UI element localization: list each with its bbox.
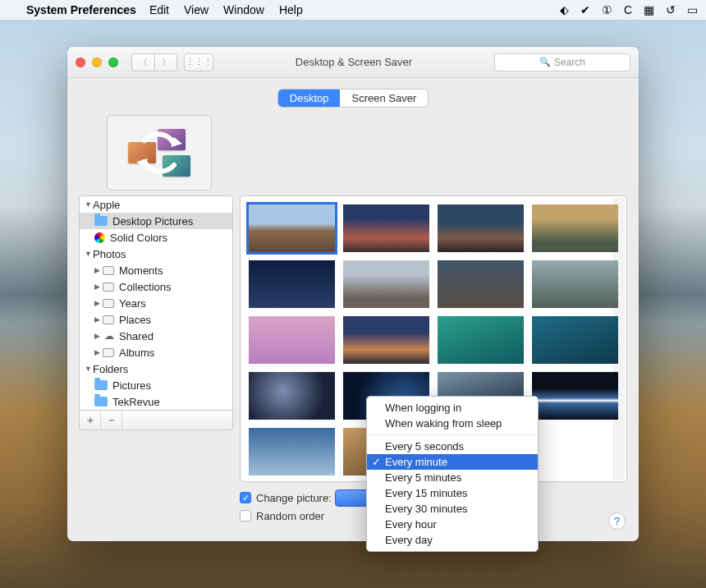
colorwheel-icon: [94, 232, 105, 243]
crescent-icon[interactable]: C: [624, 3, 632, 16]
tab-bar: Desktop Screen Saver: [67, 78, 639, 115]
menu-edit[interactable]: Edit: [149, 3, 169, 16]
search-placeholder: Search: [554, 57, 585, 68]
wallpaper-thumb[interactable]: [532, 204, 618, 252]
change-picture-checkbox[interactable]: ✓: [240, 492, 251, 503]
remove-folder-button[interactable]: －: [101, 411, 122, 430]
interval-option[interactable]: When waking from sleep: [367, 416, 538, 431]
search-icon: 🔍: [539, 57, 551, 67]
wallpaper-thumb[interactable]: [438, 316, 524, 364]
source-list[interactable]: ▼Apple Desktop Pictures Solid Colors ▼Ph…: [79, 195, 233, 411]
interval-menu[interactable]: When logging in When waking from sleep E…: [366, 396, 539, 552]
window-minimize-button[interactable]: [92, 57, 102, 67]
wallpaper-thumb[interactable]: [343, 316, 429, 364]
sidebar-item-desktop-pictures[interactable]: Desktop Pictures: [80, 213, 232, 229]
album-icon: [103, 299, 114, 308]
wallpaper-thumb[interactable]: [532, 260, 618, 308]
sidebar-group-photos[interactable]: ▼Photos: [80, 246, 232, 262]
random-order-checkbox[interactable]: [240, 510, 251, 521]
interval-option[interactable]: Every day: [367, 532, 538, 548]
add-folder-button[interactable]: ＋: [80, 411, 101, 430]
sidebar-group-apple[interactable]: ▼Apple: [80, 196, 232, 213]
random-order-label: Random order: [256, 510, 324, 522]
tab-desktop[interactable]: Desktop: [278, 90, 341, 107]
interval-option[interactable]: Every hour: [367, 517, 538, 532]
window-zoom-button[interactable]: [108, 57, 118, 67]
forward-button[interactable]: 〉: [154, 53, 177, 71]
cloud-icon: ☁: [103, 330, 115, 342]
album-icon: [103, 266, 114, 275]
dropbox-icon[interactable]: ⬖: [560, 3, 569, 16]
interval-option[interactable]: Every 5 seconds: [367, 439, 538, 454]
airplay-icon[interactable]: ▭: [687, 3, 698, 16]
sidebar-item-pictures[interactable]: Pictures: [80, 377, 232, 393]
sidebar-item-tekrevue[interactable]: TekRevue: [80, 393, 232, 410]
wallpaper-thumb[interactable]: [343, 260, 429, 308]
show-all-button[interactable]: ⋮⋮⋮: [184, 53, 213, 71]
wallpaper-thumb[interactable]: [249, 260, 335, 308]
interval-option[interactable]: Every 30 minutes: [367, 501, 538, 517]
menu-help[interactable]: Help: [279, 3, 303, 16]
interval-option[interactable]: When logging in: [367, 400, 538, 416]
check-circle-icon[interactable]: ✔: [580, 3, 590, 16]
sidebar-item-moments[interactable]: ▶Moments: [80, 262, 232, 278]
change-picture-label: Change picture:: [256, 492, 332, 504]
wallpaper-thumb[interactable]: [438, 204, 524, 252]
rotate-pictures-icon: [128, 129, 190, 177]
album-icon: [103, 348, 114, 357]
onepassword-icon[interactable]: ①: [602, 3, 612, 16]
titlebar: 〈 〉 ⋮⋮⋮ Desktop & Screen Saver 🔍 Search: [67, 47, 639, 78]
tab-screensaver[interactable]: Screen Saver: [340, 90, 428, 107]
wallpaper-thumb[interactable]: [438, 260, 524, 308]
calendar-icon[interactable]: ▦: [644, 3, 654, 16]
preferences-window: 〈 〉 ⋮⋮⋮ Desktop & Screen Saver 🔍 Search …: [67, 47, 639, 541]
sidebar-group-folders[interactable]: ▼Folders: [80, 361, 232, 377]
timemachine-icon[interactable]: ↺: [666, 3, 676, 16]
sidebar-item-shared[interactable]: ▶☁Shared: [80, 328, 232, 344]
wallpaper-thumb[interactable]: [532, 372, 618, 420]
nav-buttons: 〈 〉: [131, 53, 177, 71]
interval-option[interactable]: Every 5 minutes: [367, 470, 538, 485]
back-button[interactable]: 〈: [131, 53, 154, 71]
sidebar-item-places[interactable]: ▶Places: [80, 311, 232, 328]
wallpaper-thumb[interactable]: [249, 372, 335, 420]
sidebar-item-solid-colors[interactable]: Solid Colors: [80, 229, 232, 246]
wallpaper-thumb[interactable]: [532, 316, 618, 364]
wallpaper-thumb[interactable]: [343, 204, 429, 252]
menubar: System Preferences Edit View Window Help…: [0, 0, 706, 20]
wallpaper-thumb[interactable]: [249, 428, 335, 475]
folder-icon: [94, 216, 108, 226]
sidebar-item-albums[interactable]: ▶Albums: [80, 344, 232, 361]
album-icon: [103, 283, 114, 292]
desktop-preview: [107, 115, 212, 191]
wallpaper-thumb[interactable]: [249, 316, 335, 364]
source-list-footer: ＋ －: [79, 411, 233, 430]
folder-icon: [94, 380, 108, 390]
menu-view[interactable]: View: [184, 3, 209, 16]
wallpaper-thumb[interactable]: [249, 204, 335, 252]
menubar-app-name[interactable]: System Preferences: [26, 3, 136, 16]
window-close-button[interactable]: [76, 57, 85, 67]
album-icon: [103, 315, 114, 324]
menu-window[interactable]: Window: [223, 3, 264, 16]
folder-icon: [94, 397, 108, 407]
window-title: Desktop & Screen Saver: [213, 56, 494, 68]
menu-separator: [367, 434, 538, 435]
sidebar-item-collections[interactable]: ▶Collections: [80, 278, 232, 295]
interval-option[interactable]: Every 15 minutes: [367, 485, 538, 501]
interval-option-selected[interactable]: Every minute: [367, 454, 538, 470]
search-field[interactable]: 🔍 Search: [494, 53, 630, 71]
help-button[interactable]: ?: [608, 512, 626, 530]
sidebar-item-years[interactable]: ▶Years: [80, 295, 232, 311]
